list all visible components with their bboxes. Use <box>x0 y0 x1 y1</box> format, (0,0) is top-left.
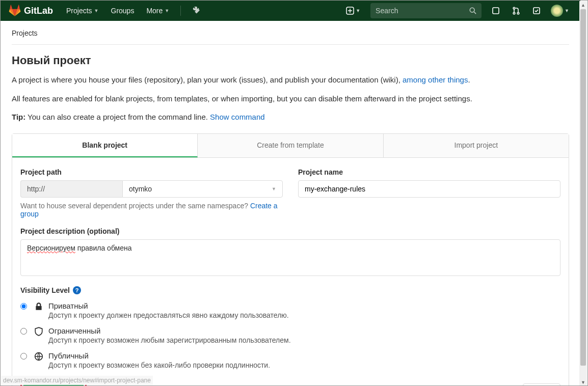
brand-text: GitLab <box>24 6 53 16</box>
project-tabs: Blank project Create from template Impor… <box>12 133 569 158</box>
scroll-up-icon[interactable]: ▲ <box>579 1 587 9</box>
visibility-label: Visibility Level ? <box>20 286 560 294</box>
vis-title: Приватный <box>48 301 289 310</box>
chevron-down-icon: ▼ <box>356 8 360 13</box>
nav-more[interactable]: More▼ <box>141 1 174 21</box>
radio-internal[interactable] <box>20 328 27 335</box>
tab-create-from-template[interactable]: Create from template <box>198 134 383 157</box>
issues-icon[interactable] <box>487 1 505 21</box>
vis-desc: Доступ к проекту должен предоставляться … <box>48 311 289 319</box>
user-menu[interactable]: ▼ <box>548 1 572 21</box>
status-bar-url: dev.sm-komandor.ru/projects/new#import-p… <box>1 376 153 385</box>
tab-import-project[interactable]: Import project <box>384 134 569 157</box>
tab-blank-project[interactable]: Blank project <box>12 134 198 157</box>
search-box[interactable] <box>370 3 482 18</box>
lock-icon <box>34 302 43 311</box>
scrollbar[interactable]: ▲ ▼ <box>579 1 587 386</box>
admin-wrench-icon[interactable] <box>187 1 205 21</box>
chevron-down-icon: ▼ <box>272 186 276 191</box>
vis-desc: Доступ к проекту возможен любым зарегист… <box>48 336 291 344</box>
show-command-link[interactable]: Show command <box>210 113 265 121</box>
chevron-down-icon: ▼ <box>94 8 99 13</box>
description-textarea[interactable]: Версионируем правила обмена <box>20 239 560 276</box>
svg-point-1 <box>470 8 474 12</box>
intro-line-2: All features are enabled for blank proje… <box>12 93 569 105</box>
tanuki-icon <box>9 5 21 17</box>
svg-rect-2 <box>493 8 499 14</box>
help-icon[interactable]: ? <box>73 286 81 294</box>
description-label: Project description (optional) <box>20 227 560 235</box>
chevron-down-icon: ▼ <box>565 8 569 13</box>
vis-title: Ограниченный <box>48 326 291 335</box>
visibility-public[interactable]: Публичный Доступ к проекту возможен без … <box>20 351 560 369</box>
gitlab-logo[interactable]: GitLab <box>9 5 53 17</box>
nav-divider <box>180 6 181 16</box>
nav-groups[interactable]: Groups <box>106 1 140 21</box>
scroll-down-icon[interactable]: ▼ <box>579 378 587 386</box>
vis-desc: Доступ к проекту возможен без какой-либо… <box>48 361 270 369</box>
path-prefix: http:// <box>20 180 122 198</box>
among-other-things-link[interactable]: among other things <box>403 75 468 84</box>
search-input[interactable] <box>376 7 469 15</box>
plus-icon <box>346 7 354 15</box>
visibility-internal[interactable]: Ограниченный Доступ к проекту возможен л… <box>20 326 560 344</box>
project-name-input[interactable] <box>298 180 560 198</box>
globe-icon <box>34 352 43 361</box>
namespace-select[interactable]: otymko ▼ <box>122 180 283 198</box>
new-dropdown[interactable]: ▼ <box>341 1 365 21</box>
svg-point-3 <box>513 7 515 9</box>
page-title: Новый проект <box>12 54 569 67</box>
svg-point-4 <box>513 12 515 14</box>
project-name-label: Project name <box>298 168 560 176</box>
visibility-private[interactable]: Приватный Доступ к проекту должен предос… <box>20 301 560 319</box>
radio-public[interactable] <box>20 353 27 360</box>
namespace-value: otymko <box>129 185 152 193</box>
intro-tip: Tip: You can also create a project from … <box>12 112 569 123</box>
avatar <box>551 5 563 17</box>
shield-icon <box>34 327 43 336</box>
project-path-label: Project path <box>20 168 283 176</box>
todos-icon[interactable] <box>527 1 546 21</box>
intro-line-1: A project is where you house your files … <box>12 74 569 86</box>
radio-private[interactable] <box>20 303 27 310</box>
cancel-button[interactable]: Cancel <box>523 383 560 386</box>
merge-requests-icon[interactable] <box>507 1 525 21</box>
svg-point-5 <box>517 12 519 14</box>
namespace-help: Want to house several dependent projects… <box>20 202 283 218</box>
vis-title: Публичный <box>48 351 270 360</box>
breadcrumb[interactable]: Projects <box>12 29 569 45</box>
scrollbar-thumb[interactable] <box>580 9 586 366</box>
search-icon <box>469 7 476 14</box>
top-navbar: GitLab Projects▼ Groups More▼ ▼ <box>1 1 580 21</box>
chevron-down-icon: ▼ <box>165 8 169 13</box>
project-form: Project path http:// otymko ▼ Want to ho… <box>12 158 569 386</box>
nav-projects[interactable]: Projects▼ <box>61 1 104 21</box>
